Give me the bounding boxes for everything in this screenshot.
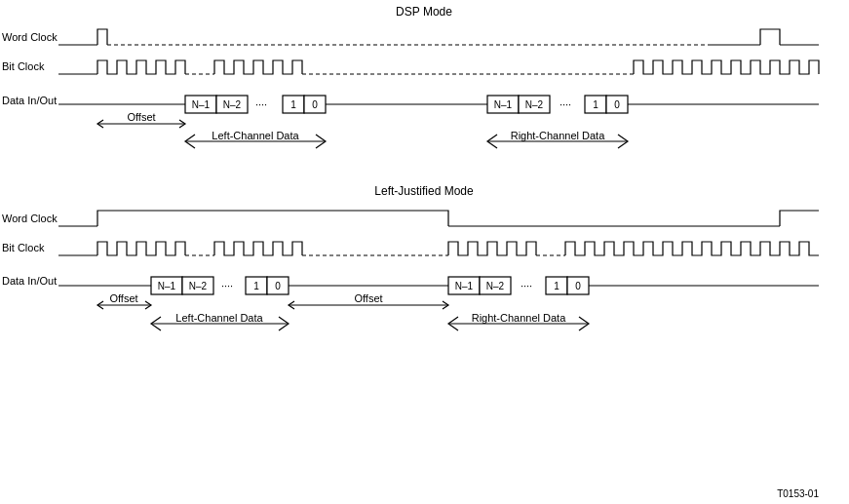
dsp-dots2: ···· <box>560 98 571 110</box>
lj-box-n2b: N–2 <box>486 281 505 291</box>
dsp-box-n2b: N–2 <box>525 99 544 110</box>
dsp-box-1a: 1 <box>290 99 296 110</box>
dsp-offset-label: Offset <box>127 111 155 123</box>
lj-box-1b: 1 <box>554 281 560 291</box>
dsp-bit-clock-label: Bit Clock <box>2 60 45 72</box>
dsp-word-clock-label: Word Clock <box>2 31 58 43</box>
lj-dots1: ···· <box>221 280 233 291</box>
lj-word-clock-label: Word Clock <box>2 213 58 224</box>
lj-left-channel-label: Left-Channel Data <box>175 312 263 324</box>
dsp-dots1: ···· <box>255 98 267 110</box>
lj-box-n1a: N–1 <box>158 281 176 291</box>
dsp-mode-title: DSP Mode <box>396 5 452 19</box>
diagram-container: DSP Mode Word Clock Bit Clock Data In/Ou… <box>0 0 849 504</box>
lj-offset2-label: Offset <box>354 292 382 304</box>
dsp-left-channel-label: Left-Channel Data <box>212 130 299 141</box>
lj-box-n1b: N–1 <box>455 281 474 291</box>
dsp-box-0b: 0 <box>614 99 620 110</box>
lj-right-channel-label: Right-Channel Data <box>472 312 566 324</box>
lj-dots2: ···· <box>521 280 532 291</box>
lj-box-1a: 1 <box>253 281 259 291</box>
lj-data-io-label: Data In/Out <box>2 275 57 287</box>
lj-box-0a: 0 <box>275 281 281 291</box>
dsp-box-n2: N–2 <box>223 99 242 110</box>
lj-offset1-label: Offset <box>109 292 137 304</box>
dsp-box-n1: N–1 <box>192 99 211 110</box>
lj-box-n2a: N–2 <box>189 281 208 291</box>
reference-label: T0153-01 <box>777 488 819 499</box>
dsp-box-n1b: N–1 <box>494 99 513 110</box>
dsp-box-1b: 1 <box>593 99 598 110</box>
lj-mode-title: Left-Justified Mode <box>374 184 474 198</box>
dsp-box-0a: 0 <box>312 99 318 110</box>
lj-bit-clock-label: Bit Clock <box>2 242 45 253</box>
dsp-data-io-label: Data In/Out <box>2 95 57 106</box>
dsp-right-channel-label: Right-Channel Data <box>511 130 605 141</box>
lj-box-0b: 0 <box>575 281 581 291</box>
